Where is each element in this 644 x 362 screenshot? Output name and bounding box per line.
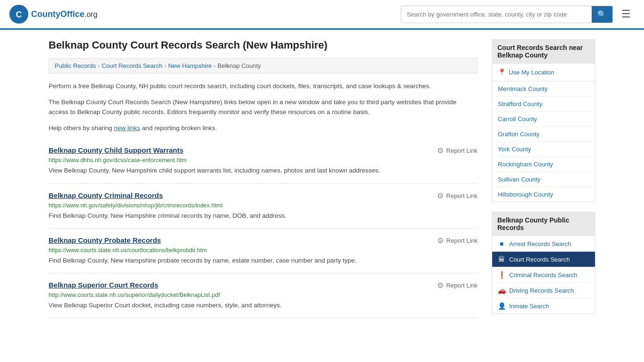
rec-icon: ❗ [498,271,505,279]
record-url: https://www.courts.state.nh.us/courtloca… [49,247,478,254]
rec-icon: 🏛 [498,255,505,263]
breadcrumb-state[interactable]: New Hampshire [168,62,212,69]
nearby-county-link[interactable]: Carroll County [492,112,595,126]
breadcrumb-public-records[interactable]: Public Records [55,62,96,69]
header-controls: 🔍 ☰ [401,6,635,23]
nearby-county-item[interactable]: Merrimack County [492,82,595,97]
nearby-counties-list: Merrimack CountyStrafford CountyCarroll … [492,82,595,202]
pub-rec-label: Arrest Records Search [509,240,571,247]
record-desc: Find Belknap County, New Hampshire crimi… [49,211,478,221]
nearby-county-item[interactable]: York County [492,142,595,157]
report-icon: ⚙ [437,281,444,290]
nearby-county-item[interactable]: Grafton County [492,127,595,142]
record-item: Belknap Superior Court Records ⚙ Report … [49,273,478,318]
record-desc: View Belknap County, New Hampshire child… [49,166,478,175]
record-title[interactable]: Belknap County Probate Records [49,236,161,244]
pub-rec-item[interactable]: 👤 Inmate Search [492,298,595,313]
breadcrumb-court-records[interactable]: Court Records Search [102,62,163,69]
public-records-section: Belknap County Public Records ■ Arrest R… [492,212,595,314]
report-link[interactable]: ⚙ Report Link [437,281,478,290]
pub-rec-label: Inmate Search [509,303,549,310]
public-records-title: Belknap County Public Records [492,212,595,236]
nearby-county-link[interactable]: Sullivan County [492,172,595,187]
pub-rec-link[interactable]: 👤 Inmate Search [492,298,595,313]
nearby-list: 📍 Use My Location Merrimack CountyStraff… [492,64,595,202]
report-icon: ⚙ [437,146,444,155]
nearby-county-item[interactable]: Rockingham County [492,157,595,172]
record-desc: Find Belknap County, New Hampshire proba… [49,256,478,265]
report-label: Report Link [446,237,478,244]
nearby-county-link[interactable]: Strafford County [492,97,595,111]
record-url: http://www.courts.state.nh.us/superior/d… [49,292,478,298]
record-url: https://www.nh.gov/safety/divisions/nhsp… [49,202,478,209]
pub-rec-label: Criminal Records Search [509,272,578,279]
pub-rec-item[interactable]: 🚗 Driving Records Search [492,283,595,298]
use-location-label: Use My Location [509,69,554,76]
pub-rec-link[interactable]: ■ Arrest Records Search [492,236,595,251]
report-link[interactable]: ⚙ Report Link [437,146,478,155]
rec-icon: ■ [498,240,505,247]
search-input[interactable] [401,7,592,22]
report-label: Report Link [446,147,478,154]
nearby-county-link[interactable]: Merrimack County [492,82,595,96]
nearby-county-link[interactable]: Grafton County [492,127,595,141]
description-para1: Perform a free Belknap County, NH public… [49,81,478,91]
svg-text:C: C [16,10,22,19]
report-icon: ⚙ [437,236,444,245]
main-container: Belknap County Court Records Search (New… [39,30,605,333]
site-header: C CountyOffice.org 🔍 ☰ [0,0,644,30]
records-list: Belknap County Child Support Warrants ⚙ … [49,139,478,318]
pub-rec-label: Driving Records Search [509,287,574,294]
record-title[interactable]: Belknap County Criminal Records [49,191,163,199]
nearby-title: Court Records Search near Belknap County [492,39,595,64]
nearby-county-item[interactable]: Strafford County [492,97,595,112]
pub-rec-link[interactable]: 🏛 Court Records Search [492,252,595,267]
rec-icon: 👤 [498,302,505,310]
new-links-link[interactable]: new links [114,124,140,132]
search-button[interactable]: 🔍 [592,6,612,23]
record-item: Belknap County Probate Records ⚙ Report … [49,229,478,273]
report-label: Report Link [446,192,478,199]
pub-rec-item[interactable]: ■ Arrest Records Search [492,236,595,252]
sidebar: Court Records Search near Belknap County… [492,39,595,323]
record-url: https://www.dhhs.nh.gov/dcss/case-enforc… [49,157,478,164]
nearby-county-link[interactable]: York County [492,142,595,156]
pub-rec-item[interactable]: 🏛 Court Records Search [492,252,595,267]
nearby-county-link[interactable]: Rockingham County [492,157,595,172]
use-location-item[interactable]: 📍 Use My Location [492,64,595,82]
breadcrumb-county: Belknap County [218,62,261,69]
report-link[interactable]: ⚙ Report Link [437,236,478,245]
description-para3: Help others by sharing new links and rep… [49,123,478,133]
nearby-county-link[interactable]: Hillsborough County [492,187,595,202]
nearby-section: Court Records Search near Belknap County… [492,39,595,202]
record-item: Belknap County Criminal Records ⚙ Report… [49,184,478,229]
pub-rec-link[interactable]: ❗ Criminal Records Search [492,267,595,282]
menu-button[interactable]: ☰ [618,6,635,22]
location-pin-icon: 📍 [498,68,506,76]
record-desc: View Belknap Superior Court docket, incl… [49,301,478,310]
main-content: Belknap County Court Records Search (New… [49,39,478,323]
pub-rec-label: Court Records Search [509,256,570,263]
report-icon: ⚙ [437,191,444,200]
logo[interactable]: C CountyOffice.org [9,5,98,24]
description-para2: The Belknap County Court Records Search … [49,97,478,117]
record-item: Belknap County Child Support Warrants ⚙ … [49,139,478,183]
logo-text: CountyOffice.org [31,9,98,19]
report-label: Report Link [446,282,478,289]
nearby-county-item[interactable]: Carroll County [492,112,595,127]
report-link[interactable]: ⚙ Report Link [437,191,478,200]
rec-icon: 🚗 [498,287,505,294]
page-title: Belknap County Court Records Search (New… [49,39,478,51]
pub-rec-link[interactable]: 🚗 Driving Records Search [492,283,595,298]
pub-rec-item[interactable]: ❗ Criminal Records Search [492,267,595,283]
record-title[interactable]: Belknap Superior Court Records [49,281,158,289]
search-bar: 🔍 [401,6,613,23]
logo-icon: C [9,5,28,24]
public-records-list: ■ Arrest Records Search 🏛 Court Records … [492,236,595,314]
nearby-county-item[interactable]: Sullivan County [492,172,595,187]
record-title[interactable]: Belknap County Child Support Warrants [49,146,183,154]
nearby-county-item[interactable]: Hillsborough County [492,187,595,202]
breadcrumb: Public Records › Court Records Search › … [49,58,478,74]
